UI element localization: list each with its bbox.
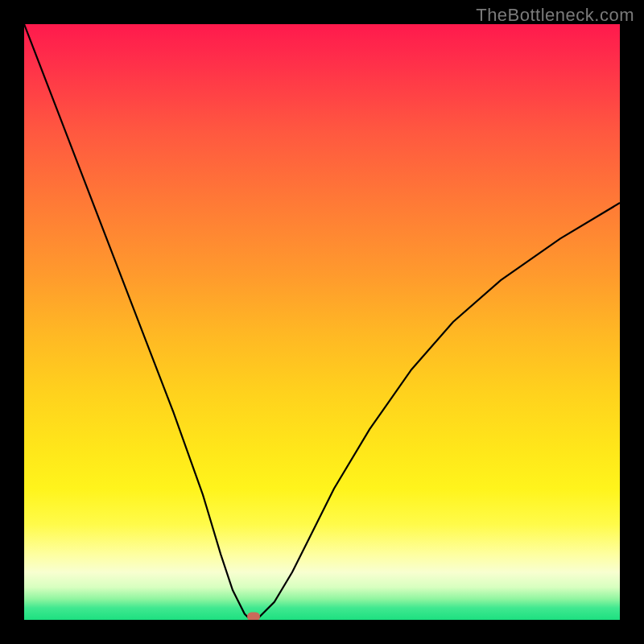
optimal-point-marker — [247, 613, 260, 620]
curve-svg — [24, 24, 620, 620]
plot-area — [24, 24, 620, 620]
bottleneck-curve — [24, 24, 620, 620]
watermark-text: TheBottleneck.com — [476, 5, 634, 26]
chart-frame: TheBottleneck.com — [0, 0, 644, 644]
